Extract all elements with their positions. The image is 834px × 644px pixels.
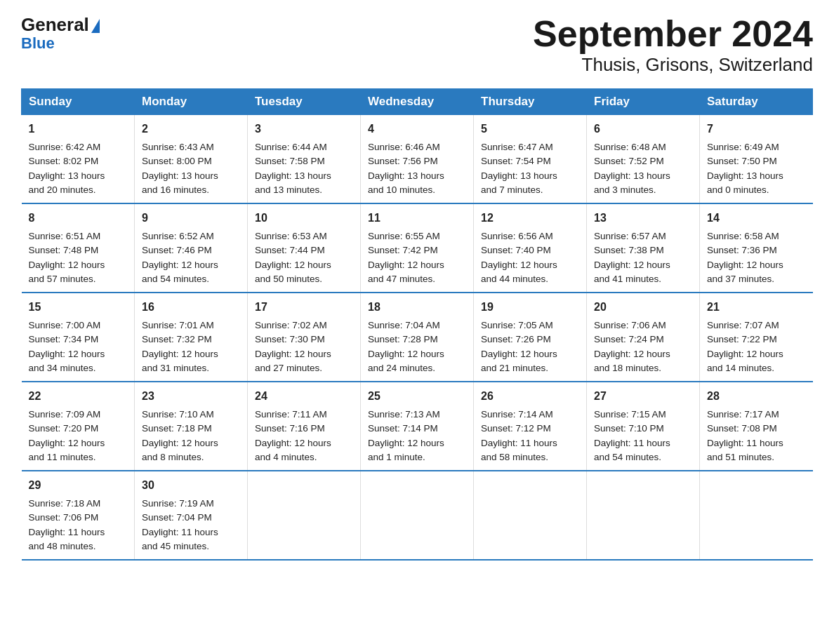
sunrise-line: Sunrise: 7:05 AM	[481, 320, 553, 330]
sunset-line: Sunset: 8:00 PM	[142, 156, 212, 166]
calendar-cell: 8Sunrise: 6:51 AMSunset: 7:48 PMDaylight…	[22, 203, 135, 293]
calendar-cell: 11Sunrise: 6:55 AMSunset: 7:42 PMDayligh…	[361, 203, 474, 293]
calendar-cell: 23Sunrise: 7:10 AMSunset: 7:18 PMDayligh…	[135, 382, 248, 471]
sunrise-line: Sunrise: 7:10 AM	[142, 409, 214, 420]
sunrise-line: Sunrise: 6:42 AM	[29, 142, 101, 152]
sunset-line: Sunset: 7:14 PM	[368, 423, 438, 434]
calendar-cell: 17Sunrise: 7:02 AMSunset: 7:30 PMDayligh…	[248, 293, 361, 382]
header-tuesday: Tuesday	[248, 89, 361, 115]
sunrise-line: Sunrise: 7:15 AM	[594, 409, 666, 420]
sunset-line: Sunset: 7:24 PM	[594, 334, 664, 344]
sunset-line: Sunset: 7:48 PM	[29, 245, 99, 255]
day-number: 22	[29, 388, 128, 405]
day-number: 6	[594, 121, 692, 137]
sunrise-line: Sunrise: 6:44 AM	[255, 142, 327, 152]
calendar-week-row: 22Sunrise: 7:09 AMSunset: 7:20 PMDayligh…	[22, 382, 813, 471]
header-friday: Friday	[587, 89, 700, 115]
sunset-line: Sunset: 7:54 PM	[481, 156, 551, 166]
sunset-line: Sunset: 7:34 PM	[29, 334, 99, 344]
day-number: 1	[29, 121, 128, 137]
calendar-cell: 12Sunrise: 6:56 AMSunset: 7:40 PMDayligh…	[474, 203, 587, 293]
sunset-line: Sunset: 7:06 PM	[29, 512, 99, 523]
sunrise-line: Sunrise: 7:11 AM	[255, 409, 327, 420]
sunset-line: Sunset: 7:32 PM	[142, 334, 212, 344]
sunrise-line: Sunrise: 6:55 AM	[368, 231, 440, 241]
sunrise-line: Sunrise: 7:17 AM	[707, 409, 779, 420]
calendar-cell: 25Sunrise: 7:13 AMSunset: 7:14 PMDayligh…	[361, 382, 474, 471]
sunrise-line: Sunrise: 6:51 AM	[29, 231, 101, 241]
calendar-cell: 5Sunrise: 6:47 AMSunset: 7:54 PMDaylight…	[474, 115, 587, 204]
day-number: 28	[707, 388, 806, 405]
sunrise-line: Sunrise: 7:14 AM	[481, 409, 553, 420]
sunset-line: Sunset: 7:16 PM	[255, 423, 325, 434]
day-number: 21	[707, 299, 806, 316]
calendar-cell: 7Sunrise: 6:49 AMSunset: 7:50 PMDaylight…	[700, 115, 813, 204]
day-number: 5	[481, 121, 579, 137]
calendar-table: Sunday Monday Tuesday Wednesday Thursday…	[21, 88, 813, 561]
sunset-line: Sunset: 7:42 PM	[368, 245, 438, 255]
calendar-cell: 15Sunrise: 7:00 AMSunset: 7:34 PMDayligh…	[22, 293, 135, 382]
calendar-cell: 28Sunrise: 7:17 AMSunset: 7:08 PMDayligh…	[700, 382, 813, 471]
sunset-line: Sunset: 7:18 PM	[142, 423, 212, 434]
sunrise-line: Sunrise: 6:48 AM	[594, 142, 666, 152]
day-number: 19	[481, 299, 579, 316]
day-number: 8	[29, 210, 128, 227]
sunset-line: Sunset: 7:56 PM	[368, 156, 438, 166]
sunrise-line: Sunrise: 7:07 AM	[707, 320, 779, 330]
day-number: 13	[594, 210, 692, 227]
day-number: 30	[142, 477, 240, 494]
calendar-cell: 9Sunrise: 6:52 AMSunset: 7:46 PMDaylight…	[135, 203, 248, 293]
sunset-line: Sunset: 7:46 PM	[142, 245, 212, 255]
calendar-cell: 29Sunrise: 7:18 AMSunset: 7:06 PMDayligh…	[22, 471, 135, 560]
sunset-line: Sunset: 7:12 PM	[481, 423, 551, 434]
calendar-cell: 26Sunrise: 7:14 AMSunset: 7:12 PMDayligh…	[474, 382, 587, 471]
sunset-line: Sunset: 8:02 PM	[29, 156, 99, 166]
sunrise-line: Sunrise: 7:09 AM	[29, 409, 101, 420]
day-number: 9	[142, 210, 240, 227]
day-number: 16	[142, 299, 240, 316]
calendar-cell: 3Sunrise: 6:44 AMSunset: 7:58 PMDaylight…	[248, 115, 361, 204]
sunrise-line: Sunrise: 7:01 AM	[142, 320, 214, 330]
calendar-cell	[700, 471, 813, 560]
sunrise-line: Sunrise: 6:46 AM	[368, 142, 440, 152]
sunrise-line: Sunrise: 7:06 AM	[594, 320, 666, 330]
day-number: 14	[707, 210, 806, 227]
day-number: 3	[255, 121, 353, 137]
calendar-cell: 6Sunrise: 6:48 AMSunset: 7:52 PMDaylight…	[587, 115, 700, 204]
sunrise-line: Sunrise: 7:13 AM	[368, 409, 440, 420]
day-number: 17	[255, 299, 353, 316]
calendar-week-row: 29Sunrise: 7:18 AMSunset: 7:06 PMDayligh…	[22, 471, 813, 560]
calendar-cell	[248, 471, 361, 560]
sunrise-line: Sunrise: 6:57 AM	[594, 231, 666, 241]
day-number: 11	[368, 210, 466, 227]
sunset-line: Sunset: 7:38 PM	[594, 245, 664, 255]
calendar-subtitle: Thusis, Grisons, Switzerland	[533, 54, 813, 76]
header-monday: Monday	[135, 89, 248, 115]
calendar-header: Sunday Monday Tuesday Wednesday Thursday…	[22, 89, 813, 115]
header-sunday: Sunday	[22, 89, 135, 115]
sunrise-line: Sunrise: 6:47 AM	[481, 142, 553, 152]
day-number: 7	[707, 121, 806, 137]
sunset-line: Sunset: 7:10 PM	[594, 423, 664, 434]
calendar-cell: 30Sunrise: 7:19 AMSunset: 7:04 PMDayligh…	[135, 471, 248, 560]
sunset-line: Sunset: 7:30 PM	[255, 334, 325, 344]
sunset-line: Sunset: 7:08 PM	[707, 423, 777, 434]
calendar-cell	[361, 471, 474, 560]
sunrise-line: Sunrise: 6:43 AM	[142, 142, 214, 152]
header-wednesday: Wednesday	[361, 89, 474, 115]
sunset-line: Sunset: 7:58 PM	[255, 156, 325, 166]
sunset-line: Sunset: 7:52 PM	[594, 156, 664, 166]
sunset-line: Sunset: 7:22 PM	[707, 334, 777, 344]
sunrise-line: Sunrise: 7:19 AM	[142, 498, 214, 509]
day-number: 4	[368, 121, 466, 137]
day-number: 27	[594, 388, 692, 405]
sunset-line: Sunset: 7:20 PM	[29, 423, 99, 434]
calendar-cell: 27Sunrise: 7:15 AMSunset: 7:10 PMDayligh…	[587, 382, 700, 471]
weekday-header-row: Sunday Monday Tuesday Wednesday Thursday…	[22, 89, 813, 115]
calendar-week-row: 15Sunrise: 7:00 AMSunset: 7:34 PMDayligh…	[22, 293, 813, 382]
sunset-line: Sunset: 7:50 PM	[707, 156, 777, 166]
calendar-cell: 13Sunrise: 6:57 AMSunset: 7:38 PMDayligh…	[587, 203, 700, 293]
calendar-cell: 19Sunrise: 7:05 AMSunset: 7:26 PMDayligh…	[474, 293, 587, 382]
calendar-cell: 4Sunrise: 6:46 AMSunset: 7:56 PMDaylight…	[361, 115, 474, 204]
day-number: 23	[142, 388, 240, 405]
